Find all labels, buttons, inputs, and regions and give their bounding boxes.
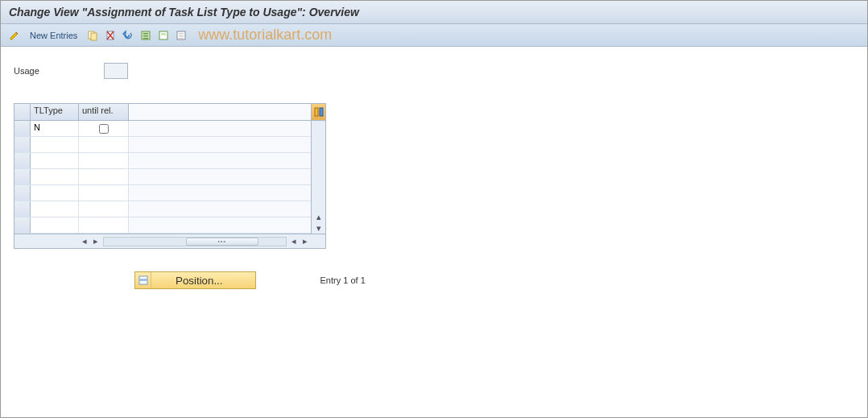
cell-untilrel[interactable]	[79, 169, 129, 184]
scroll-thumb[interactable]: •••	[186, 238, 258, 246]
svg-rect-1	[91, 33, 97, 40]
cell-filler	[129, 201, 311, 217]
cell-filler	[129, 153, 311, 168]
table-row	[14, 201, 311, 217]
svg-rect-14	[320, 108, 323, 116]
content-area: Usage TLType until rel. N	[1, 47, 867, 305]
toggle-edit-icon[interactable]	[7, 28, 22, 43]
cell-untilrel[interactable]	[79, 201, 129, 217]
grid-body: N	[14, 121, 325, 234]
usage-row: Usage	[14, 63, 854, 79]
svg-rect-16	[139, 279, 147, 281]
watermark-text: www.tutorialkart.com	[198, 27, 332, 43]
table-row	[14, 217, 311, 234]
scroll-up-icon[interactable]: ▴	[312, 211, 325, 222]
svg-rect-13	[315, 108, 318, 116]
svg-rect-12	[179, 38, 184, 39]
cell-untilrel[interactable]	[79, 185, 129, 201]
table-row	[14, 169, 311, 185]
table-row: N	[14, 121, 311, 137]
cell-filler	[129, 185, 311, 201]
select-all-icon[interactable]	[138, 28, 153, 43]
vertical-scrollbar[interactable]: ▴ ▾	[311, 121, 325, 234]
deselect-all-icon[interactable]	[174, 28, 188, 43]
cell-tltype[interactable]	[31, 185, 79, 201]
cell-untilrel[interactable]	[79, 121, 129, 136]
cell-untilrel[interactable]	[79, 217, 129, 233]
cell-tltype[interactable]	[31, 153, 79, 168]
row-selector[interactable]	[14, 121, 31, 136]
row-selector[interactable]	[14, 201, 31, 217]
svg-rect-8	[161, 33, 166, 35]
column-header-tltype[interactable]: TLType	[31, 104, 79, 120]
cell-untilrel[interactable]	[79, 137, 129, 152]
scroll-right-icon[interactable]: ◂	[288, 236, 300, 247]
grid-header: TLType until rel.	[14, 104, 325, 121]
until-rel-checkbox[interactable]	[99, 124, 109, 134]
svg-rect-10	[179, 33, 184, 35]
grid-header-selector[interactable]	[14, 104, 31, 120]
cell-tltype[interactable]	[31, 201, 79, 217]
toolbar: New Entries www.tutorialkart.com	[1, 24, 867, 47]
cell-tltype[interactable]	[31, 169, 79, 184]
cell-tltype[interactable]	[31, 217, 79, 233]
table-row	[14, 153, 311, 169]
cell-tltype[interactable]	[31, 137, 79, 152]
delete-icon[interactable]	[103, 28, 118, 43]
usage-input[interactable]	[104, 63, 128, 79]
cell-tltype[interactable]: N	[31, 121, 79, 136]
position-button[interactable]: Position...	[134, 271, 256, 289]
undo-icon[interactable]	[121, 28, 135, 43]
entry-counter: Entry 1 of 1	[320, 275, 366, 285]
page-title: Change View "Assignment of Task List Typ…	[9, 6, 859, 19]
copy-icon[interactable]	[85, 28, 100, 43]
cell-filler	[129, 217, 311, 233]
footer-row: Position... Entry 1 of 1	[14, 271, 854, 289]
grid-container: TLType until rel. N	[14, 103, 326, 249]
scroll-track[interactable]: •••	[103, 237, 287, 246]
configure-columns-icon[interactable]	[311, 104, 325, 120]
column-header-untilrel[interactable]: until rel.	[79, 104, 129, 120]
position-button-label: Position...	[151, 275, 255, 287]
usage-label: Usage	[14, 66, 94, 76]
table-row	[14, 185, 311, 201]
row-selector[interactable]	[14, 217, 31, 233]
table-row	[14, 137, 311, 153]
row-selector[interactable]	[14, 185, 31, 201]
new-entries-button[interactable]: New Entries	[25, 31, 82, 40]
cell-untilrel[interactable]	[79, 153, 129, 168]
svg-rect-4	[143, 33, 148, 35]
position-icon	[135, 272, 151, 288]
scroll-down-icon[interactable]: ▾	[312, 222, 325, 234]
svg-rect-6	[143, 38, 148, 39]
title-bar: Change View "Assignment of Task List Typ…	[1, 1, 867, 24]
row-selector[interactable]	[14, 153, 31, 168]
cell-filler	[129, 121, 311, 136]
grid-header-filler	[129, 104, 311, 120]
svg-rect-5	[143, 35, 148, 37]
row-selector[interactable]	[14, 169, 31, 184]
scroll-first-icon[interactable]: ◂	[79, 236, 90, 247]
cell-filler	[129, 169, 311, 184]
scroll-left-icon[interactable]: ▸	[90, 236, 101, 247]
svg-rect-11	[179, 35, 184, 37]
horizontal-scrollbar: ◂ ▸ ••• ◂ ▸	[14, 234, 325, 248]
select-block-icon[interactable]	[156, 28, 171, 43]
grid-rows: N	[14, 121, 311, 234]
cell-filler	[129, 137, 311, 152]
row-selector[interactable]	[14, 137, 31, 152]
scroll-last-icon[interactable]: ▸	[300, 236, 311, 247]
